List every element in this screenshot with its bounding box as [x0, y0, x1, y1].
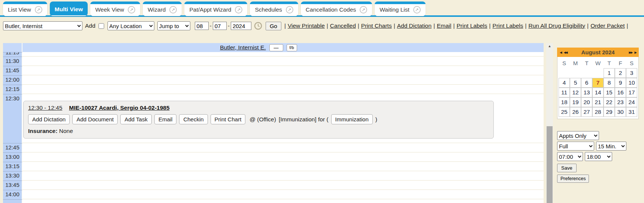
- popout-icon[interactable]: ↗: [169, 6, 177, 13]
- date-day-input[interactable]: [213, 22, 227, 30]
- calendar-day-31[interactable]: 31: [626, 107, 637, 117]
- vertical-scrollbar[interactable]: ▲: [546, 43, 553, 203]
- checkin-button[interactable]: Checkin: [179, 114, 208, 124]
- time-slot-14-00[interactable]: 14:00: [3, 190, 22, 199]
- toolbar-link-print-charts[interactable]: Print Charts: [361, 22, 392, 29]
- calendar-day-6[interactable]: 6: [581, 78, 592, 88]
- save-button[interactable]: Save: [557, 164, 577, 172]
- calendar-day-24[interactable]: 24: [626, 97, 637, 107]
- schedule-cell[interactable]: [22, 66, 544, 75]
- prev-arrow-icon[interactable]: ◂: [560, 49, 562, 55]
- time-slot-11-15[interactable]: 11:15: [3, 52, 22, 57]
- time-slot-11-45[interactable]: 11:45: [3, 66, 22, 75]
- calendar-day-3[interactable]: 3: [626, 68, 637, 78]
- calendar-day-27[interactable]: 27: [581, 107, 592, 117]
- toolbar-link-run-all-drug-eligibility[interactable]: Run All Drug Eligibility: [528, 22, 585, 29]
- reason-button[interactable]: Immunization: [331, 114, 373, 124]
- interval-select[interactable]: 15 Min.: [596, 142, 626, 151]
- calendar-day-5[interactable]: 5: [570, 78, 581, 88]
- email-button[interactable]: Email: [154, 114, 177, 124]
- time-slot-13-15[interactable]: 13:15: [3, 162, 22, 171]
- provider-column-link[interactable]: Butler, Internist E.: [220, 44, 266, 51]
- calendar-day-23[interactable]: 23: [615, 97, 626, 107]
- schedule-cell[interactable]: [22, 171, 544, 181]
- tab-schedules[interactable]: Schedules↗: [250, 1, 298, 16]
- tab-cancellation-codes[interactable]: Cancellation Codes↗: [301, 1, 372, 16]
- time-slot-12-30[interactable]: 12:30: [3, 94, 22, 143]
- prev-fast-arrow-icon[interactable]: ◂◂: [564, 49, 567, 55]
- add-document-button[interactable]: Add Document: [72, 114, 118, 124]
- calendar-day-4[interactable]: 4: [559, 78, 570, 88]
- calendar-day-12[interactable]: 12: [570, 88, 581, 97]
- toolbar-link-email[interactable]: Email: [437, 22, 451, 29]
- add-dictation-button[interactable]: Add Dictation: [28, 114, 70, 124]
- tab-week-view[interactable]: Week View↗: [90, 1, 140, 16]
- calendar-day-11[interactable]: 11: [559, 88, 570, 97]
- calendar-day-19[interactable]: 19: [570, 97, 581, 107]
- time-slot-12-45[interactable]: 12:45: [3, 143, 22, 152]
- calendar-day-7[interactable]: 7: [592, 78, 604, 88]
- date-year-input[interactable]: [231, 22, 251, 30]
- time-slot-13-00[interactable]: 13:00: [3, 152, 22, 162]
- popout-icon[interactable]: ↗: [286, 6, 293, 13]
- calendar-day-25[interactable]: 25: [559, 107, 570, 117]
- end-time-select[interactable]: 18:00: [585, 152, 612, 161]
- schedule-cell[interactable]: [22, 190, 544, 199]
- toolbar-link-cancelled[interactable]: Cancelled: [330, 22, 356, 29]
- schedule-cell[interactable]: [22, 57, 544, 66]
- toolbar-link-view-printable[interactable]: View Printable: [288, 22, 325, 29]
- calendar-day-22[interactable]: 22: [604, 97, 615, 107]
- tab-list-view[interactable]: List View↗: [3, 1, 47, 16]
- calendar-day-15[interactable]: 15: [604, 88, 615, 97]
- popout-icon[interactable]: ↗: [35, 6, 42, 13]
- toolbar-link-print-labels[interactable]: Print Labels: [457, 22, 487, 29]
- add-checkbox[interactable]: [99, 23, 104, 29]
- calendar-day-16[interactable]: 16: [615, 88, 626, 97]
- calendar-day-18[interactable]: 18: [559, 97, 570, 107]
- popout-icon[interactable]: ↗: [128, 6, 135, 13]
- time-slot-11-30[interactable]: 11:30: [3, 57, 22, 66]
- schedule-cell[interactable]: [22, 162, 544, 171]
- schedule-cell[interactable]: [22, 181, 544, 190]
- calendar-day-8[interactable]: 8: [604, 78, 615, 88]
- preferences-button[interactable]: Preferences: [557, 175, 589, 183]
- time-slot-13-30[interactable]: 13:30: [3, 171, 22, 181]
- provider-select[interactable]: Butler, Internist: [3, 21, 82, 30]
- schedule-cell[interactable]: [22, 143, 544, 152]
- appointment-patient-link[interactable]: MIE-10027 Acardi, Sergio 04-02-1985: [69, 104, 169, 111]
- calendar-day-10[interactable]: 10: [626, 78, 637, 88]
- toolbar-link-add-dictation[interactable]: Add Dictation: [397, 22, 432, 29]
- add-task-button[interactable]: Add Task: [120, 114, 151, 124]
- calendar-day-17[interactable]: 17: [626, 88, 637, 97]
- calendar-day-1[interactable]: 1: [604, 68, 615, 78]
- calendar-day-20[interactable]: 20: [581, 97, 592, 107]
- calendar-day-26[interactable]: 26: [570, 107, 581, 117]
- next-arrow-icon[interactable]: ▸: [634, 49, 636, 55]
- go-button[interactable]: Go: [266, 22, 281, 30]
- scrollbar-thumb[interactable]: [547, 126, 553, 203]
- toolbar-link-order-packet[interactable]: Order Packet: [590, 22, 625, 29]
- appointment-time-link[interactable]: 12:30 - 12:45: [28, 104, 62, 111]
- size-select[interactable]: Full: [557, 142, 594, 151]
- popout-icon[interactable]: ↗: [413, 6, 421, 13]
- calendar-day-28[interactable]: 28: [592, 107, 604, 117]
- time-slot-13-45[interactable]: 13:45: [3, 181, 22, 190]
- tab-wizard[interactable]: Wizard↗: [143, 1, 182, 16]
- tab-pat-appt-wizard[interactable]: Pat/Appt Wizard↗: [184, 1, 247, 16]
- start-time-select[interactable]: 07:00: [557, 152, 583, 161]
- calendar-day-9[interactable]: 9: [615, 78, 626, 88]
- scroll-up-icon[interactable]: ▲: [546, 43, 553, 49]
- calendar-day-29[interactable]: 29: [604, 107, 615, 117]
- time-slot-12-00[interactable]: 12:00: [3, 75, 22, 85]
- calendar-day-2[interactable]: 2: [615, 68, 626, 78]
- view-mode-select[interactable]: Appts Only: [557, 131, 599, 140]
- appointment-card[interactable]: 12:30 - 12:45MIE-10027 Acardi, Sergio 04…: [23, 101, 494, 139]
- schedule-cell[interactable]: [22, 152, 544, 162]
- print-chart-button[interactable]: Print Chart: [211, 114, 246, 124]
- calendar-day-30[interactable]: 30: [615, 107, 626, 117]
- schedule-cell[interactable]: [22, 199, 544, 203]
- popout-icon[interactable]: ↗: [360, 6, 367, 13]
- next-fast-arrow-icon[interactable]: ▸▸: [629, 49, 632, 55]
- time-slot-12-15[interactable]: 12:15: [3, 85, 22, 94]
- fb-button[interactable]: f/b: [287, 44, 297, 51]
